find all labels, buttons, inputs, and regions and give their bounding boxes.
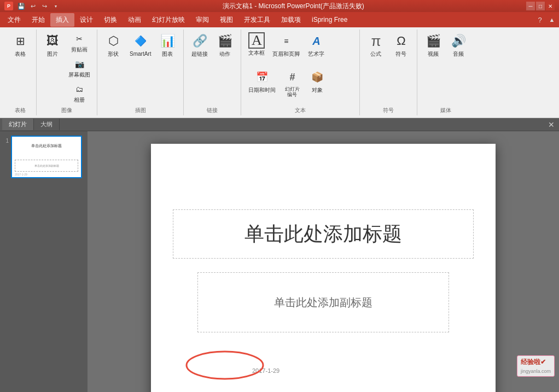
ribbon-btn-video[interactable]: 🎬 视频 <box>422 31 445 58</box>
clipart-label: 剪贴画 <box>71 46 88 54</box>
clipart-icon: ✂ <box>73 32 86 45</box>
menu-addins[interactable]: 加载项 <box>276 13 306 27</box>
tab-outline[interactable]: 大纲 <box>34 119 60 130</box>
ribbon-btn-clipart[interactable]: ✂ 剪贴画 <box>66 31 92 55</box>
ribbon-group-media: 🎬 视频 🔊 音频 媒体 <box>417 30 474 115</box>
content-area: 1 单击此处添加标题 单击此处添加副标题 2017-1-29 单击此处添加标题 <box>0 131 559 392</box>
slide-title-placeholder[interactable]: 单击此处添加标题 <box>173 209 474 259</box>
video-icon: 🎬 <box>424 32 442 50</box>
album-label: 相册 <box>74 96 85 104</box>
main-wrapper: 幻灯片 大纲 ✕ 1 单击此处添加标题 单击此处添加副标题 2017-1-29 <box>0 118 559 392</box>
slide-thumb-1[interactable]: 1 单击此处添加标题 单击此处添加副标题 2017-1-29 <box>2 136 85 178</box>
ribbon-btn-screenshot[interactable]: 📷 屏幕截图 <box>66 56 92 80</box>
object-label: 对象 <box>312 87 323 93</box>
symbol-icon: Ω <box>392 32 410 50</box>
datetime-icon: 📅 <box>253 68 271 86</box>
shapes-label: 形状 <box>108 51 119 57</box>
ribbon-btn-shapes[interactable]: ⬡ 形状 <box>102 31 125 58</box>
thumb-box-1[interactable]: 单击此处添加标题 单击此处添加副标题 2017-1-29 <box>11 136 82 178</box>
ribbon-btn-slideno[interactable]: # 幻灯片 编号 <box>281 67 304 100</box>
qat-dropdown[interactable]: ▼ <box>51 1 61 11</box>
video-label: 视频 <box>428 51 439 57</box>
ribbon-btn-table[interactable]: ⊞ 表格 <box>9 31 32 58</box>
ribbon-btn-wordart[interactable]: A 艺术字 <box>305 31 328 58</box>
menu-transition[interactable]: 切换 <box>98 13 123 27</box>
slideno-label: 幻灯片 编号 <box>285 87 300 98</box>
slide-subtitle-placeholder[interactable]: 单击此处添加副标题 <box>197 272 449 332</box>
shapes-icon: ⬡ <box>104 32 122 50</box>
screenshot-label: 屏幕截图 <box>68 71 90 79</box>
help-icon[interactable]: ? <box>535 15 545 25</box>
panel-close-btn[interactable]: ✕ <box>544 120 559 129</box>
ribbon-btn-object[interactable]: 📦 对象 <box>306 67 329 95</box>
ribbon: ⊞ 表格 表格 🖼 图片 ✂ 剪贴画 📷 <box>0 27 559 118</box>
ribbon-btn-picture[interactable]: 🖼 图片 <box>41 31 64 58</box>
ribbon-btn-equation[interactable]: π 公式 <box>364 31 387 58</box>
slide-num-1: 1 <box>2 138 9 144</box>
redo-btn[interactable]: ↪ <box>39 1 49 11</box>
audio-icon: 🔊 <box>450 32 467 50</box>
table-icon: ⊞ <box>11 32 29 50</box>
ribbon-group-links: 🔗 超链接 🎬 动作 链接 <box>184 30 241 115</box>
datetime-label: 日期和时间 <box>248 87 276 93</box>
undo-btn[interactable]: ↩ <box>28 1 38 11</box>
equation-label: 公式 <box>370 51 381 57</box>
chart-label: 图表 <box>162 51 173 57</box>
ribbon-group-tables: ⊞ 表格 表格 <box>4 30 37 115</box>
save-btn[interactable]: 💾 <box>16 1 26 11</box>
annotation-circle <box>184 346 266 383</box>
panel-tabs-bar: 幻灯片 大纲 ✕ <box>0 118 559 131</box>
textbox-icon: A <box>248 32 265 49</box>
tab-slides[interactable]: 幻灯片 <box>2 119 34 130</box>
menu-view[interactable]: 视图 <box>214 13 238 27</box>
thumb-sub-text: 单击此处添加副标题 <box>34 164 59 167</box>
menu-review[interactable]: 审阅 <box>190 13 214 27</box>
menu-design[interactable]: 设计 <box>74 13 98 27</box>
ribbon-btn-textbox[interactable]: A 文本框 <box>246 31 267 57</box>
ribbon-btn-action[interactable]: 🎬 动作 <box>213 31 236 58</box>
smartart-label: SmartArt <box>130 51 151 57</box>
ribbon-btn-symbol[interactable]: Ω 符号 <box>389 31 412 58</box>
ribbon-btn-audio[interactable]: 🔊 音频 <box>447 31 470 58</box>
menu-start[interactable]: 开始 <box>26 13 50 27</box>
ribbon-btn-smartart[interactable]: 🔷 SmartArt <box>127 31 154 58</box>
ribbon-collapse-btn[interactable]: ▲ <box>547 15 557 25</box>
action-icon: 🎬 <box>216 32 234 50</box>
menu-ispring[interactable]: iSpring Free <box>306 14 353 26</box>
ribbon-btn-hyperlink[interactable]: 🔗 超链接 <box>188 31 211 58</box>
smartart-icon: 🔷 <box>132 32 149 50</box>
ribbon-btn-datetime[interactable]: 📅 日期和时间 <box>246 67 278 95</box>
symbol-label: 符号 <box>395 51 406 57</box>
minimize-btn[interactable]: ─ <box>526 2 535 10</box>
thumbnail-panel: 1 单击此处添加标题 单击此处添加副标题 2017-1-29 <box>0 131 88 392</box>
ribbon-group-links-label: 链接 <box>207 107 218 114</box>
slide-subtitle-text[interactable]: 单击此处添加副标题 <box>274 295 372 310</box>
close-btn[interactable]: ✕ <box>546 2 555 10</box>
album-icon: 🗂 <box>73 83 86 96</box>
thumb-sub-box: 单击此处添加副标题 <box>15 160 78 172</box>
menu-file[interactable]: 文件 <box>2 13 26 27</box>
ribbon-btn-album[interactable]: 🗂 相册 <box>66 81 92 106</box>
maximize-btn[interactable]: □ <box>536 2 545 10</box>
slide-title-text[interactable]: 单击此处添加标题 <box>244 221 402 248</box>
slide-canvas[interactable]: 单击此处添加标题 单击此处添加副标题 2017-1-29 <box>151 144 496 392</box>
title-bar-left: P 💾 ↩ ↪ ▼ <box>4 1 61 11</box>
headerfooter-label: 页眉和页脚 <box>272 51 300 57</box>
thumb-date: 2017-1-29 <box>15 173 27 176</box>
menu-slideshow[interactable]: 幻灯片放映 <box>147 13 190 27</box>
watermark-subtext: jingyanla.com <box>521 368 551 374</box>
picture-icon: 🖼 <box>44 32 61 50</box>
object-icon: 📦 <box>308 68 326 86</box>
menu-insert[interactable]: 插入 <box>50 13 74 27</box>
ribbon-btn-chart[interactable]: 📊 图表 <box>156 31 179 58</box>
ribbon-group-illustrations-label: 插图 <box>135 107 146 114</box>
quick-access-toolbar: 💾 ↩ ↪ ▼ <box>16 1 61 11</box>
textbox-label: 文本框 <box>248 50 265 56</box>
ribbon-group-tables-label: 表格 <box>15 107 26 114</box>
ribbon-btn-headerFooter[interactable]: ≡ 页眉和页脚 <box>270 31 302 58</box>
menu-animation[interactable]: 动画 <box>123 13 147 27</box>
table-label: 表格 <box>15 51 26 57</box>
picture-label: 图片 <box>47 51 58 57</box>
menu-developer[interactable]: 开发工具 <box>238 13 276 27</box>
ribbon-group-text: A 文本框 ≡ 页眉和页脚 A 艺术字 📅 日期和时间 # 幻灯片 编号 <box>241 30 360 115</box>
